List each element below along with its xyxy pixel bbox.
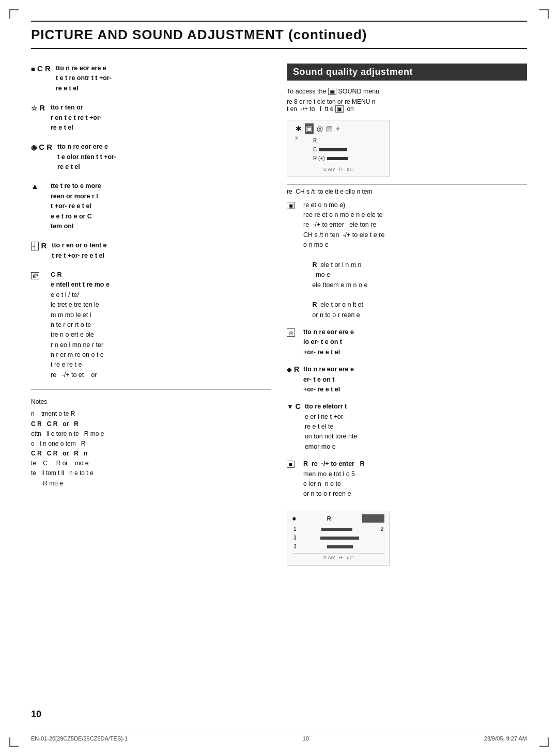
footer-right: 23/9/05, 9:27 AM bbox=[484, 735, 527, 742]
footer-left: EN-01-20[29CZ5DE/29CZ6DA/TES]-1 bbox=[31, 735, 128, 742]
left-item-5: ┤ R tto r en or o tent e t re t +or- re … bbox=[31, 241, 271, 261]
two-col-layout: ■ C R tto n re eor ere e t e t re ontr t… bbox=[31, 64, 527, 565]
notes-section: Notes n tment o te R C R C R or R ettn l… bbox=[31, 397, 271, 489]
left-icon-3: ◉ C R bbox=[31, 143, 52, 151]
left-icon-5: ┤ R bbox=[31, 241, 47, 250]
left-text-3: tto n re eor ere e t e olor nten t t +or… bbox=[57, 142, 116, 172]
right-text-bass: tto n re eor ere e lo er- t e on t +or- … bbox=[303, 327, 354, 357]
eq-row-2: 3 bbox=[292, 533, 384, 542]
access-text: To access the ▣ SOUND menu bbox=[287, 88, 527, 95]
left-text-6: C R e ntell ent t re mo e e e t l / te/ … bbox=[51, 270, 110, 380]
menu-footer: C A/Y /+ c □ bbox=[292, 165, 384, 174]
left-divider bbox=[31, 389, 271, 390]
menu-content-area: R C R (+) bbox=[311, 136, 384, 163]
right-icon-eq: ■ bbox=[287, 460, 299, 468]
eq-footer: C A/Y /+ c □ bbox=[292, 553, 384, 562]
eq-row-1: 1 +2 bbox=[292, 525, 384, 533]
left-text-1: tto n re eor ere e t e t re ontr t t +or… bbox=[56, 64, 112, 93]
eq-row-3: 3 bbox=[292, 542, 384, 551]
right-icon-bass: ◎ bbox=[287, 328, 299, 337]
menu-bar-row-1: C bbox=[311, 145, 384, 154]
menu-sidebar: R bbox=[292, 136, 308, 163]
menu-icons-row: ✱▣◎▤+ bbox=[292, 123, 384, 134]
left-icon-1: ■ C R bbox=[31, 64, 51, 73]
left-column: ■ C R tto n re eor ere e t e t re ontr t… bbox=[31, 64, 271, 565]
page-outer: PICTURE AND SOUND ADJUSTMENT (continued)… bbox=[0, 0, 558, 756]
left-text-5: tto r en or o tent e t re t +or- re e t … bbox=[52, 241, 106, 261]
notes-content: n tment o te R C R C R or R ettn ll e to… bbox=[31, 409, 271, 489]
right-item-bass: ◎ tto n re eor ere e lo er- t e on t +or… bbox=[287, 327, 527, 357]
page-footer: EN-01-20[29CZ5DE/29CZ6DA/TES]-1 10 23/9/… bbox=[31, 732, 527, 742]
left-icon-2: ☆ R bbox=[31, 103, 45, 112]
right-item-surround: ▼ C tto re eletorr t e er l ne t +or- re… bbox=[287, 402, 527, 452]
left-item-4: ▲ tte t re to e more reen or more r l t … bbox=[31, 181, 271, 231]
left-text-2: tto r ten or r en t e t re t +or- re e t… bbox=[51, 103, 102, 133]
right-item-eq: ■ R re -/+ to enter R men mo e tot l o 5… bbox=[287, 459, 527, 499]
left-icon-6: iP bbox=[31, 271, 45, 279]
eq-image: ■R 1 +2 3 3 C A/Y /+ c □ bbox=[287, 511, 390, 565]
left-item-6: iP C R e ntell ent t re mo e e e t l / t… bbox=[31, 270, 271, 380]
access-detail: re 8 or re t ele ton or re MENU n t en -… bbox=[287, 98, 527, 113]
page-number: 10 bbox=[31, 709, 41, 720]
right-column: Sound quality adjustment To access the ▣… bbox=[287, 64, 527, 565]
footer-page: 10 bbox=[303, 735, 309, 742]
menu-row-1: R bbox=[311, 136, 384, 145]
menu-image: ✱▣◎▤+ R R C R ( bbox=[287, 120, 390, 177]
left-item-3: ◉ C R tto n re eor ere e t e olor nten t… bbox=[31, 142, 271, 172]
left-item-1: ■ C R tto n re eor ere e t e t re ontr t… bbox=[31, 64, 271, 93]
right-item-reset: ▣ re et o n mo e) ree re et o n mo e n e… bbox=[287, 200, 527, 321]
left-icon-4: ▲ bbox=[31, 182, 45, 191]
right-icon-treble: ◆ R bbox=[287, 365, 299, 373]
right-icon-reset: ▣ bbox=[287, 201, 299, 209]
menu-bar-row-2: R (+) bbox=[311, 154, 384, 163]
right-text-eq: R re -/+ to enter R men mo e tot l o 5 e… bbox=[303, 459, 364, 499]
menu-body: R R C R (+) bbox=[292, 136, 384, 163]
right-text-reset: re et o n mo e) ree re et o n mo e n e e… bbox=[303, 200, 384, 321]
right-text-treble: tto n re eor ere e er- t e on t +or- re … bbox=[303, 365, 354, 395]
left-text-4: tte t re to e more reen or more r l t +o… bbox=[51, 181, 101, 231]
right-icon-surround: ▼ C bbox=[287, 402, 301, 411]
notes-label: Notes bbox=[31, 397, 271, 407]
right-text-surround: tto re eletorr t e er l ne t +or- re e t… bbox=[305, 402, 357, 452]
left-item-2: ☆ R tto r ten or r en t e t re t +or- re… bbox=[31, 103, 271, 133]
eq-image-header: ■R bbox=[292, 514, 384, 523]
page-title: PICTURE AND SOUND ADJUSTMENT (continued) bbox=[31, 27, 527, 43]
instruction-line: re CH s /t to ele tt e ollo n tem bbox=[287, 184, 527, 195]
right-item-treble: ◆ R tto n re eor ere e er- t e on t +or-… bbox=[287, 365, 527, 395]
page-header: PICTURE AND SOUND ADJUSTMENT (continued) bbox=[31, 21, 527, 49]
section-heading: Sound quality adjustment bbox=[287, 64, 527, 81]
